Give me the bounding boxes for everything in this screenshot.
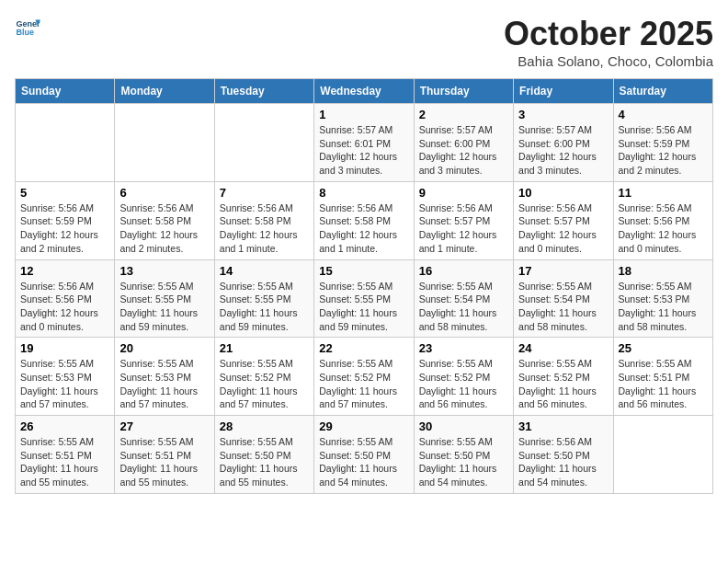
calendar-body: 1Sunrise: 5:57 AMSunset: 6:01 PMDaylight…	[16, 104, 713, 494]
day-number: 13	[119, 264, 209, 278]
calendar-day-cell: 22Sunrise: 5:55 AMSunset: 5:52 PMDayligh…	[314, 338, 414, 416]
calendar-day-cell	[214, 104, 313, 182]
day-number: 4	[619, 108, 708, 121]
calendar-header-row: SundayMondayTuesdayWednesdayThursdayFrid…	[16, 79, 713, 104]
day-info: Sunrise: 5:55 AMSunset: 5:50 PMDaylight:…	[419, 435, 508, 489]
day-info: Sunrise: 5:56 AMSunset: 5:56 PMDaylight:…	[619, 201, 708, 256]
calendar-day-cell: 16Sunrise: 5:55 AMSunset: 5:54 PMDayligh…	[414, 259, 513, 338]
calendar-week-row: 26Sunrise: 5:55 AMSunset: 5:51 PMDayligh…	[16, 416, 713, 494]
calendar-day-cell: 26Sunrise: 5:55 AMSunset: 5:51 PMDayligh…	[16, 416, 115, 494]
day-info: Sunrise: 5:55 AMSunset: 5:52 PMDaylight:…	[319, 357, 408, 411]
day-number: 14	[220, 264, 309, 278]
calendar-day-cell: 14Sunrise: 5:55 AMSunset: 5:55 PMDayligh…	[214, 259, 313, 338]
calendar-day-cell: 18Sunrise: 5:55 AMSunset: 5:53 PMDayligh…	[613, 259, 712, 338]
day-number: 17	[518, 264, 608, 278]
calendar-day-cell: 31Sunrise: 5:56 AMSunset: 5:50 PMDayligh…	[514, 416, 613, 494]
day-info: Sunrise: 5:56 AMSunset: 5:56 PMDaylight:…	[20, 280, 109, 334]
weekday-header-cell: Friday	[514, 79, 613, 104]
calendar-week-row: 19Sunrise: 5:55 AMSunset: 5:53 PMDayligh…	[16, 338, 713, 416]
day-info: Sunrise: 5:55 AMSunset: 5:51 PMDaylight:…	[619, 357, 708, 411]
day-number: 5	[20, 186, 109, 200]
day-number: 23	[419, 341, 508, 355]
weekday-header-cell: Saturday	[613, 79, 712, 104]
calendar-day-cell: 17Sunrise: 5:55 AMSunset: 5:54 PMDayligh…	[514, 259, 613, 338]
day-info: Sunrise: 5:55 AMSunset: 5:54 PMDaylight:…	[419, 280, 508, 334]
calendar-day-cell: 24Sunrise: 5:55 AMSunset: 5:52 PMDayligh…	[514, 338, 613, 416]
calendar-day-cell: 12Sunrise: 5:56 AMSunset: 5:56 PMDayligh…	[16, 259, 115, 338]
weekday-header-cell: Thursday	[414, 79, 513, 104]
day-info: Sunrise: 5:55 AMSunset: 5:52 PMDaylight:…	[518, 357, 608, 411]
day-number: 26	[20, 419, 109, 433]
day-info: Sunrise: 5:55 AMSunset: 5:51 PMDaylight:…	[20, 435, 109, 489]
day-number: 21	[220, 341, 309, 355]
weekday-header-cell: Monday	[115, 79, 214, 104]
calendar-day-cell: 7Sunrise: 5:56 AMSunset: 5:58 PMDaylight…	[214, 181, 313, 259]
day-info: Sunrise: 5:56 AMSunset: 5:59 PMDaylight:…	[619, 123, 708, 178]
month-title: October 2025	[504, 15, 713, 53]
day-number: 18	[619, 264, 708, 278]
day-info: Sunrise: 5:55 AMSunset: 5:53 PMDaylight:…	[20, 357, 109, 411]
day-info: Sunrise: 5:56 AMSunset: 5:57 PMDaylight:…	[518, 201, 608, 256]
calendar-day-cell: 21Sunrise: 5:55 AMSunset: 5:52 PMDayligh…	[214, 338, 313, 416]
day-info: Sunrise: 5:55 AMSunset: 5:50 PMDaylight:…	[220, 435, 309, 489]
day-number: 27	[119, 419, 209, 433]
calendar-day-cell: 2Sunrise: 5:57 AMSunset: 6:00 PMDaylight…	[414, 104, 513, 182]
calendar-day-cell: 8Sunrise: 5:56 AMSunset: 5:58 PMDaylight…	[314, 181, 414, 259]
day-info: Sunrise: 5:55 AMSunset: 5:53 PMDaylight:…	[619, 280, 708, 334]
day-number: 3	[518, 108, 608, 121]
day-info: Sunrise: 5:56 AMSunset: 5:58 PMDaylight:…	[319, 201, 408, 256]
day-info: Sunrise: 5:55 AMSunset: 5:51 PMDaylight:…	[119, 435, 209, 489]
day-info: Sunrise: 5:55 AMSunset: 5:53 PMDaylight:…	[119, 357, 209, 411]
calendar-day-cell: 4Sunrise: 5:56 AMSunset: 5:59 PMDaylight…	[613, 104, 712, 182]
calendar-day-cell	[613, 416, 712, 494]
day-number: 12	[20, 264, 109, 278]
day-info: Sunrise: 5:55 AMSunset: 5:52 PMDaylight:…	[220, 357, 309, 411]
day-info: Sunrise: 5:57 AMSunset: 6:00 PMDaylight:…	[518, 123, 608, 178]
calendar-day-cell: 5Sunrise: 5:56 AMSunset: 5:59 PMDaylight…	[16, 181, 115, 259]
logo: General Blue	[15, 15, 40, 40]
location-subtitle: Bahia Solano, Choco, Colombia	[504, 53, 713, 69]
calendar-day-cell: 28Sunrise: 5:55 AMSunset: 5:50 PMDayligh…	[214, 416, 313, 494]
calendar-table: SundayMondayTuesdayWednesdayThursdayFrid…	[15, 78, 713, 494]
day-number: 25	[619, 341, 708, 355]
day-number: 16	[419, 264, 508, 278]
calendar-day-cell	[115, 104, 214, 182]
day-number: 11	[619, 186, 708, 200]
day-info: Sunrise: 5:55 AMSunset: 5:50 PMDaylight:…	[319, 435, 408, 489]
calendar-day-cell: 13Sunrise: 5:55 AMSunset: 5:55 PMDayligh…	[115, 259, 214, 338]
weekday-header-cell: Sunday	[16, 79, 115, 104]
day-number: 31	[518, 419, 608, 433]
day-info: Sunrise: 5:55 AMSunset: 5:55 PMDaylight:…	[119, 280, 209, 334]
day-number: 19	[20, 341, 109, 355]
day-number: 20	[119, 341, 209, 355]
calendar-day-cell: 11Sunrise: 5:56 AMSunset: 5:56 PMDayligh…	[613, 181, 712, 259]
calendar-day-cell: 27Sunrise: 5:55 AMSunset: 5:51 PMDayligh…	[115, 416, 214, 494]
day-number: 10	[518, 186, 608, 200]
calendar-day-cell: 6Sunrise: 5:56 AMSunset: 5:58 PMDaylight…	[115, 181, 214, 259]
calendar-day-cell: 15Sunrise: 5:55 AMSunset: 5:55 PMDayligh…	[314, 259, 414, 338]
day-number: 28	[220, 419, 309, 433]
day-number: 22	[319, 341, 408, 355]
day-info: Sunrise: 5:56 AMSunset: 5:58 PMDaylight:…	[119, 201, 209, 256]
day-info: Sunrise: 5:55 AMSunset: 5:52 PMDaylight:…	[419, 357, 508, 411]
calendar-week-row: 12Sunrise: 5:56 AMSunset: 5:56 PMDayligh…	[16, 259, 713, 338]
day-info: Sunrise: 5:56 AMSunset: 5:58 PMDaylight:…	[220, 201, 309, 256]
day-info: Sunrise: 5:56 AMSunset: 5:50 PMDaylight:…	[518, 435, 608, 489]
weekday-header-cell: Tuesday	[214, 79, 313, 104]
day-info: Sunrise: 5:56 AMSunset: 5:57 PMDaylight:…	[419, 201, 508, 256]
page-header: General Blue October 2025 Bahia Solano, …	[15, 15, 713, 69]
calendar-day-cell: 19Sunrise: 5:55 AMSunset: 5:53 PMDayligh…	[16, 338, 115, 416]
calendar-day-cell: 30Sunrise: 5:55 AMSunset: 5:50 PMDayligh…	[414, 416, 513, 494]
weekday-header-cell: Wednesday	[314, 79, 414, 104]
title-area: October 2025 Bahia Solano, Choco, Colomb…	[504, 15, 713, 69]
day-number: 9	[419, 186, 508, 200]
calendar-day-cell	[16, 104, 115, 182]
calendar-week-row: 5Sunrise: 5:56 AMSunset: 5:59 PMDaylight…	[16, 181, 713, 259]
day-info: Sunrise: 5:55 AMSunset: 5:55 PMDaylight:…	[319, 280, 408, 334]
day-info: Sunrise: 5:57 AMSunset: 6:00 PMDaylight:…	[419, 123, 508, 178]
day-number: 8	[319, 186, 408, 200]
logo-icon: General Blue	[15, 15, 40, 40]
day-number: 1	[319, 108, 408, 121]
day-info: Sunrise: 5:55 AMSunset: 5:54 PMDaylight:…	[518, 280, 608, 334]
calendar-day-cell: 3Sunrise: 5:57 AMSunset: 6:00 PMDaylight…	[514, 104, 613, 182]
